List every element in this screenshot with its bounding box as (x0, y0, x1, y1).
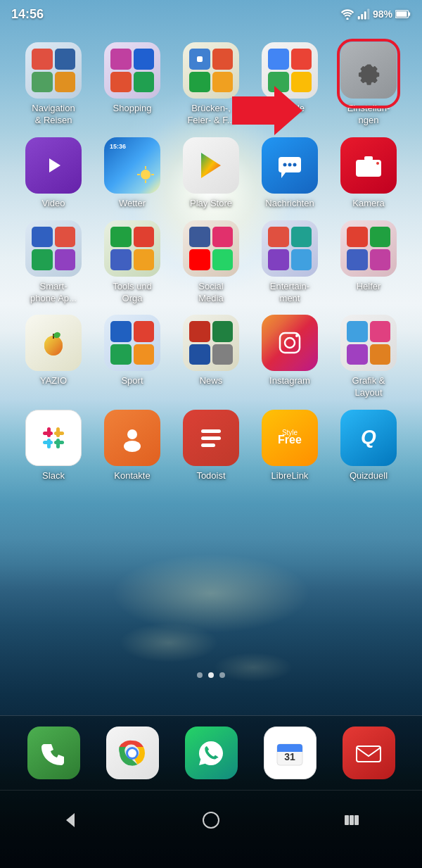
app-wetter[interactable]: 15:36 Wetter (97, 137, 167, 210)
app-kamera-label: Kamera (352, 198, 385, 210)
svg-rect-59 (345, 815, 349, 825)
svg-rect-1 (358, 16, 360, 20)
svg-rect-56 (357, 746, 381, 762)
nav-back-button[interactable] (46, 803, 94, 841)
app-google-label: Google (275, 103, 305, 115)
app-nachrichten[interactable]: Nachrichten (255, 137, 325, 210)
app-sport-label: Sport (121, 375, 143, 387)
app-entertainment-label: Entertain-ment (270, 281, 309, 305)
svg-rect-60 (350, 815, 354, 825)
signal-icon (357, 8, 370, 20)
app-sport[interactable]: Sport (97, 315, 167, 387)
svg-point-17 (283, 163, 287, 166)
nav-home-button[interactable] (187, 803, 235, 841)
app-shopping[interactable]: Shopping (97, 42, 167, 115)
svg-point-32 (295, 334, 298, 337)
svg-point-27 (44, 336, 63, 356)
svg-text:31: 31 (284, 751, 295, 762)
app-grafik-label: Grafik &Layout (352, 375, 385, 399)
app-google[interactable]: Google (255, 42, 325, 115)
page-dot-2[interactable] (208, 672, 214, 678)
app-bruecken-label: Brücken-,Feier- & F... (187, 103, 234, 127)
svg-rect-24 (364, 156, 373, 161)
svg-point-18 (288, 163, 292, 166)
app-instagram[interactable]: Instagram (255, 315, 325, 387)
instagram-icon (274, 327, 305, 358)
page-dot-1[interactable] (197, 672, 203, 678)
svg-point-41 (127, 429, 137, 439)
app-tools[interactable]: Tools undOrga (97, 220, 167, 305)
app-yazio-label: YAZIO (40, 375, 67, 387)
dock-email[interactable] (343, 727, 395, 779)
app-slack[interactable]: Slack (18, 410, 89, 482)
svg-rect-61 (354, 815, 359, 825)
librelink-icon: Free Style (274, 422, 305, 453)
app-news-label: News (200, 375, 223, 387)
svg-rect-45 (201, 444, 215, 447)
app-instagram-label: Instagram (269, 375, 310, 387)
app-einstellungen[interactable]: Einstellun-ngen (333, 42, 404, 127)
svg-marker-20 (281, 172, 286, 178)
svg-point-31 (285, 338, 295, 348)
dock: 31 (0, 715, 422, 791)
app-todoist-label: Todoist (196, 470, 225, 482)
app-yazio[interactable]: YAZIO (18, 315, 89, 387)
app-quizduell[interactable]: Q Quizduell (333, 410, 404, 482)
app-helfer[interactable]: Helfer (333, 220, 404, 293)
app-tools-label: Tools undOrga (113, 281, 152, 305)
svg-point-0 (346, 18, 348, 20)
camera-icon (353, 150, 384, 181)
svg-rect-34 (43, 432, 53, 435)
whatsapp-icon (196, 738, 226, 769)
svg-marker-9 (49, 158, 60, 172)
app-quizduell-label: Quizduell (350, 470, 388, 482)
app-librelink[interactable]: Free Style LibreLink (255, 410, 325, 482)
svg-rect-44 (201, 436, 221, 440)
playstore-icon (196, 150, 226, 181)
app-bruecken[interactable]: Brücken-,Feier- & F... (176, 42, 246, 127)
sun-icon (136, 165, 155, 184)
dock-chrome[interactable] (106, 727, 159, 779)
app-kamera[interactable]: Kamera (333, 137, 404, 210)
svg-rect-4 (367, 9, 369, 20)
play-icon (41, 153, 66, 178)
slack-icon (37, 422, 70, 454)
status-time: 14:56 (11, 7, 44, 22)
app-todoist[interactable]: Todoist (176, 410, 246, 482)
app-social[interactable]: SocialMedia (176, 220, 246, 305)
dock-whatsapp[interactable] (185, 727, 238, 779)
dock-phone[interactable] (27, 727, 80, 779)
status-bar: 14:56 98% (0, 0, 422, 28)
contacts-icon (117, 422, 148, 453)
dock-calendar[interactable]: 31 (264, 727, 316, 779)
app-kontakte[interactable]: Kontakte (97, 410, 167, 482)
app-playstore[interactable]: Play Store (176, 137, 246, 210)
svg-rect-7 (409, 12, 411, 15)
phone-icon (39, 738, 68, 768)
svg-point-42 (124, 441, 141, 452)
app-news[interactable]: News (176, 315, 246, 387)
status-icons: 98% (340, 8, 411, 20)
app-row-2: Video 15:36 Wetter (14, 137, 408, 210)
battery-percent: 98% (373, 8, 392, 20)
app-navigation[interactable]: Navigation& Reisen (18, 42, 89, 127)
app-row-3: Smart-phone Ap... Tools undOrga SocialMe… (14, 220, 408, 305)
app-video[interactable]: Video (18, 137, 89, 210)
svg-point-23 (366, 165, 371, 170)
svg-rect-38 (47, 439, 51, 448)
app-nachrichten-label: Nachrichten (265, 198, 314, 210)
app-row-5: Slack Kontakte Todoist (14, 410, 408, 482)
app-smartphone[interactable]: Smart-phone Ap... (18, 220, 89, 305)
nav-recents-button[interactable] (328, 803, 376, 841)
page-dots (0, 672, 422, 678)
app-grafik[interactable]: Grafik &Layout (333, 315, 404, 399)
app-einstellungen-label: Einstellun-ngen (347, 103, 390, 127)
svg-rect-6 (396, 11, 407, 17)
calendar-icon: 31 (274, 737, 306, 769)
app-entertainment[interactable]: Entertain-ment (255, 220, 325, 305)
svg-marker-57 (66, 813, 75, 827)
page-dot-3[interactable] (219, 672, 225, 678)
svg-point-25 (376, 162, 379, 165)
svg-text:Style: Style (282, 429, 298, 436)
nav-bar (0, 791, 422, 868)
